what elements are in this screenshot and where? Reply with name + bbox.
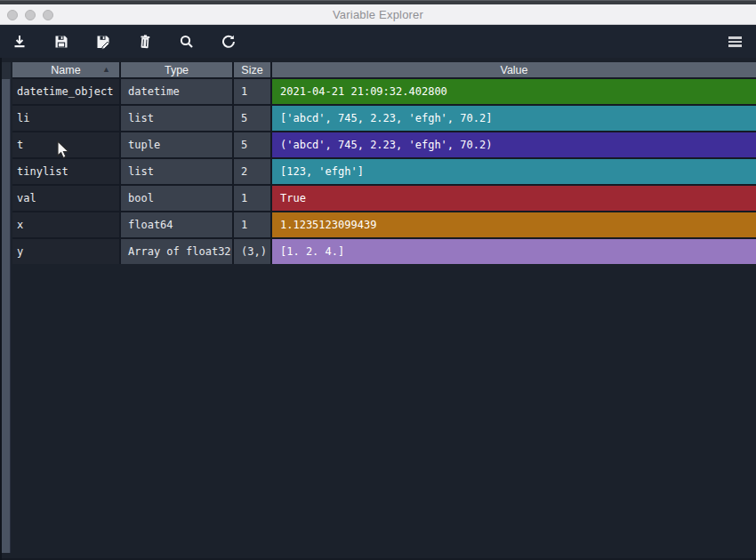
- options-menu-icon: [728, 36, 742, 47]
- row-li-type-cell[interactable]: list: [121, 106, 232, 131]
- sort-ascending-icon: ▲: [102, 65, 110, 74]
- row-tinylist-name-cell[interactable]: tinylist: [12, 159, 119, 184]
- row-val-type-cell[interactable]: bool: [121, 186, 232, 211]
- column-header-name-label: Name: [51, 64, 80, 76]
- row-header-corner: [2, 62, 11, 79]
- search-button[interactable]: [176, 31, 197, 52]
- window-title: Variable Explorer: [0, 8, 756, 21]
- traffic-light-buttons: [7, 10, 53, 20]
- row-header-strip: [2, 79, 11, 553]
- row-x-name-cell[interactable]: x: [12, 212, 119, 237]
- variables-table: Name ▲ Type Size Value datetime_objectda…: [12, 62, 756, 264]
- close-button[interactable]: [7, 10, 18, 20]
- row-t-type-cell[interactable]: tuple: [121, 132, 232, 157]
- search-icon: [179, 34, 195, 50]
- row-tinylist-size-cell[interactable]: 2: [234, 159, 270, 184]
- row-t-value-cell[interactable]: ('abcd', 745, 2.23, 'efgh', 70.2): [272, 132, 756, 157]
- column-header-value[interactable]: Value: [272, 62, 756, 77]
- save-data-button[interactable]: [51, 31, 72, 52]
- column-header-size[interactable]: Size: [234, 62, 270, 77]
- row-x-size-cell[interactable]: 1: [234, 212, 270, 237]
- column-header-type[interactable]: Type: [121, 62, 232, 77]
- screen: Variable Explorer: [0, 0, 756, 560]
- column-header-size-label: Size: [241, 64, 262, 76]
- row-tinylist-value-cell[interactable]: [123, 'efgh']: [272, 159, 756, 184]
- row-li-name-cell[interactable]: li: [12, 106, 119, 131]
- row-y-size-cell[interactable]: (3,): [234, 239, 270, 264]
- refresh-icon: [221, 34, 237, 50]
- save-data-as-icon: [95, 34, 111, 50]
- trash-icon: [137, 34, 153, 50]
- column-header-type-label: Type: [165, 64, 189, 76]
- row-x-value-cell[interactable]: 1.1235123099439: [272, 212, 756, 237]
- zoom-button[interactable]: [43, 10, 53, 20]
- row-li-value-cell[interactable]: ['abcd', 745, 2.23, 'efgh', 70.2]: [272, 106, 756, 131]
- column-header-name[interactable]: Name ▲: [12, 62, 119, 77]
- row-datetime_object-name-cell[interactable]: datetime_object: [12, 79, 119, 104]
- minimize-button[interactable]: [25, 10, 36, 20]
- import-data-button[interactable]: [9, 31, 30, 52]
- row-t-name-cell[interactable]: t: [12, 132, 119, 157]
- remove-all-variables-button[interactable]: [134, 31, 156, 52]
- window-titlebar[interactable]: Variable Explorer: [0, 4, 756, 25]
- refresh-button[interactable]: [218, 31, 239, 52]
- column-header-value-label: Value: [500, 64, 527, 76]
- row-li-size-cell[interactable]: 5: [234, 106, 270, 131]
- row-x-type-cell[interactable]: float64: [121, 212, 232, 237]
- row-datetime_object-size-cell[interactable]: 1: [234, 79, 270, 104]
- options-menu-button[interactable]: [724, 31, 745, 52]
- row-datetime_object-type-cell[interactable]: datetime: [121, 79, 232, 104]
- row-y-type-cell[interactable]: Array of float32: [121, 239, 232, 264]
- row-tinylist-type-cell[interactable]: list: [121, 159, 232, 184]
- row-y-value-cell[interactable]: [1. 2. 4.]: [272, 239, 756, 264]
- row-val-name-cell[interactable]: val: [12, 186, 119, 211]
- toolbar: [0, 25, 756, 58]
- row-val-value-cell[interactable]: True: [272, 186, 756, 211]
- save-data-icon: [53, 34, 69, 50]
- row-y-name-cell[interactable]: y: [12, 239, 119, 264]
- row-t-size-cell[interactable]: 5: [234, 132, 270, 157]
- row-datetime_object-value-cell[interactable]: 2021-04-21 21:09:32.402800: [272, 79, 756, 104]
- row-val-size-cell[interactable]: 1: [234, 186, 270, 211]
- import-data-icon: [12, 34, 28, 50]
- save-data-as-button[interactable]: [92, 31, 114, 52]
